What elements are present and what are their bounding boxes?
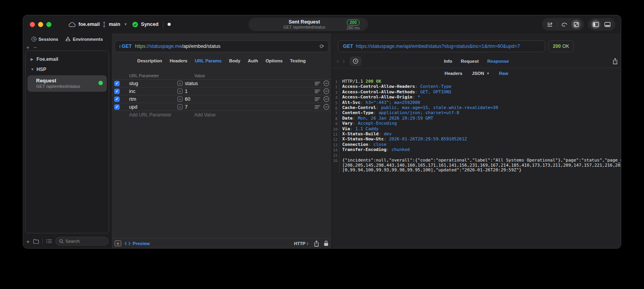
request-list-item-selected[interactable]: Request GET /api/embed/status <box>27 75 107 92</box>
tab-environments[interactable]: Environments <box>65 36 103 42</box>
cloud-icon <box>69 22 76 27</box>
sync-status: Synced <box>141 22 158 27</box>
search-input[interactable]: Search <box>55 237 109 245</box>
minimize-window-button[interactable] <box>38 22 43 27</box>
chevron-right-icon: ▶ <box>31 57 34 61</box>
import-export-icon[interactable] <box>571 20 581 29</box>
line-number: 16 <box>332 158 338 173</box>
tab-headers[interactable]: Headers <box>170 58 187 63</box>
response-line: 16{"incidents":null,"overall":{"code":"o… <box>332 158 621 173</box>
response-tab-info[interactable]: Info <box>444 59 452 64</box>
request-url-input[interactable]: ▲▼ GET https://statuspage.me/api/embed/s… <box>115 40 328 52</box>
json-dropdown-chevron-icon: ▼ <box>487 72 490 75</box>
add-url-parameter-field[interactable]: Add URL Parameter <box>129 112 194 118</box>
zoom-window-button[interactable] <box>46 22 51 27</box>
response-line: 5Alt-Svc: h3=":443"; ma=2592000 <box>332 100 621 105</box>
drag-handle-icon[interactable] <box>315 105 320 109</box>
tree-item-foe-email[interactable]: ▶ Foe.email <box>27 54 107 64</box>
tab-description[interactable]: Description <box>137 58 162 63</box>
sent-request-title: Sent Request <box>266 19 342 25</box>
response-raw-view[interactable]: 1HTTP/1.1 200 OK2Access-Control-Allow-He… <box>332 79 621 248</box>
session-list: ▶ Foe.email ▼ HSP Request GET /api/embed… <box>25 51 109 233</box>
response-line: 8Date: Mon, 26 Jan 2026 20:29:59 GMT <box>332 116 621 121</box>
param-checkbox[interactable]: ✓ <box>114 89 120 94</box>
tab-url-params[interactable]: URL Params <box>195 58 222 63</box>
tree-item-label: Foe.email <box>36 56 58 62</box>
response-viewer-pane: GET https://statuspage.me/api/embed/stat… <box>332 33 621 248</box>
response-tab-request[interactable]: Request <box>461 59 478 64</box>
sidebar: Sessions Environments + − ▶ Foe.email <box>23 33 111 248</box>
param-checkbox[interactable]: ✓ <box>114 81 120 86</box>
method-selector[interactable]: ▲▼ GET <box>119 44 132 49</box>
toggle-bottom-panel-icon[interactable] <box>603 20 612 29</box>
request-editor-pane: ▲▼ GET https://statuspage.me/api/embed/s… <box>111 33 332 248</box>
drag-handle-icon[interactable] <box>315 82 320 85</box>
equals-icon: = <box>177 81 182 86</box>
subtab-json[interactable]: JSON▼ <box>472 71 489 76</box>
param-value[interactable]: status <box>185 81 198 86</box>
param-value[interactable]: 1 <box>185 89 188 94</box>
param-row-rtm: ✓rtm=60 <box>111 95 332 103</box>
tab-body[interactable]: Body <box>229 58 241 63</box>
response-line: 15 <box>332 153 621 158</box>
protocol-label: HTTP <box>294 241 305 246</box>
subtab-json-label: JSON <box>472 71 484 76</box>
tab-options[interactable]: Options <box>266 58 283 63</box>
share-icon[interactable] <box>314 240 319 247</box>
branch-name[interactable]: main <box>109 22 120 27</box>
protocol-selector[interactable]: HTTP ▲▼ <box>294 241 309 246</box>
tree-item-hsp[interactable]: ▼ HSP <box>27 64 107 75</box>
sync-loop-icon[interactable] <box>560 20 569 29</box>
drag-handle-icon[interactable] <box>315 97 320 101</box>
clock-icon <box>31 36 36 42</box>
tab-auth[interactable]: Auth <box>248 58 258 63</box>
toolbar-group-left <box>542 18 584 31</box>
export-response-icon[interactable] <box>613 58 618 64</box>
add-request-button[interactable]: + <box>26 238 30 245</box>
remove-param-icon[interactable] <box>323 96 329 102</box>
resend-request-icon[interactable]: ⟳ <box>319 43 324 49</box>
line-number: 3 <box>332 90 338 95</box>
line-number: 12 <box>332 137 338 142</box>
remove-param-icon[interactable] <box>323 80 329 86</box>
lock-icon[interactable] <box>324 240 328 246</box>
sent-request-url[interactable]: GET https://statuspage.me/api/embed/stat… <box>338 40 545 52</box>
param-name[interactable]: slug <box>129 81 177 86</box>
param-name[interactable]: inc <box>129 89 177 94</box>
drag-handle-icon[interactable] <box>315 89 320 93</box>
response-line: 12X-Status-Now-Utc: 2026-01-26T20:29:59.… <box>332 137 621 142</box>
new-folder-icon[interactable] <box>33 239 39 244</box>
param-checkbox[interactable]: ✓ <box>114 104 120 110</box>
remove-session-button[interactable]: − <box>33 44 36 51</box>
response-line: 7Content-Type: application/json; charset… <box>332 111 621 116</box>
tab-testing[interactable]: Testing <box>290 58 306 63</box>
close-window-button[interactable] <box>30 22 35 27</box>
toggle-sidebar-icon[interactable] <box>591 20 600 29</box>
request-order-icon[interactable] <box>545 20 555 29</box>
project-name[interactable]: foe.email <box>78 22 100 27</box>
request-editor-footer: ▲ Preview HTTP ▲▼ <box>111 238 332 248</box>
preview-button[interactable]: Preview <box>124 241 150 246</box>
sent-request-summary[interactable]: Sent Request GET /api/embed/status 200 2… <box>248 18 368 31</box>
code-icon <box>124 242 131 245</box>
param-name[interactable]: upd <box>129 104 177 110</box>
branch-chevron-icon[interactable]: ▼ <box>124 22 127 26</box>
response-line: 11X-Status-Build: dev <box>332 132 621 137</box>
line-number: 15 <box>332 153 338 158</box>
remove-param-icon[interactable] <box>323 104 329 110</box>
param-value[interactable]: 60 <box>185 96 190 102</box>
param-name[interactable]: rtm <box>129 96 177 102</box>
subtab-headers[interactable]: Headers <box>445 71 462 76</box>
tab-sessions[interactable]: Sessions <box>31 36 58 42</box>
add-value-field[interactable]: Add Value <box>194 112 332 118</box>
subtab-raw[interactable]: Raw <box>499 71 508 76</box>
param-value[interactable]: 7 <box>185 104 188 110</box>
remove-param-icon[interactable] <box>323 88 329 94</box>
response-tab-response[interactable]: Response <box>487 59 509 64</box>
collapse-panel-icon[interactable]: ▲ <box>115 240 121 246</box>
view-options-icon[interactable] <box>46 239 52 244</box>
param-checkbox[interactable]: ✓ <box>114 96 120 102</box>
add-session-button[interactable]: + <box>26 44 29 51</box>
toolbar-group-right <box>588 18 615 31</box>
line-number: 10 <box>332 127 338 132</box>
